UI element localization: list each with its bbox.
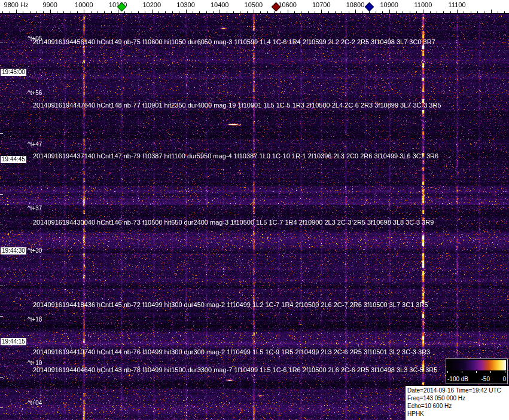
ruler-tick (437, 11, 437, 13)
ruler-tick (267, 11, 268, 13)
ruler-tick (274, 11, 275, 13)
ruler-tick (220, 10, 220, 13)
ruler-tick (50, 10, 51, 13)
spectrogram-app-window: 9800 Hz990010000101001020010300104001050… (0, 0, 509, 420)
ruler-label-11100: 11100 (449, 1, 466, 8)
ruler-tick (254, 10, 254, 13)
ruler-tick (43, 11, 44, 13)
ruler-tick (349, 11, 349, 13)
ruler-tick (23, 11, 23, 13)
ruler-label-10300: 10300 (176, 1, 195, 8)
ruler-tick (179, 11, 179, 13)
ruler-tick (16, 10, 17, 13)
ruler-tick (328, 11, 329, 13)
ruler-tick (362, 11, 362, 13)
ruler-tick (57, 11, 57, 13)
ruler-tick (138, 11, 139, 13)
ruler-tick (342, 11, 342, 13)
ruler-tick (227, 11, 227, 13)
ruler-tick (389, 10, 390, 13)
ruler-tick (97, 11, 98, 13)
ruler-tick (355, 10, 356, 13)
ruler-tick (396, 11, 397, 13)
ruler-label-10000: 10000 (75, 1, 93, 8)
colorbar-max-label: 0 (502, 376, 506, 383)
ruler-tick (247, 11, 248, 13)
info-station-callsign: HPHK (407, 410, 509, 418)
colorbar-mid-label: -50 (481, 376, 490, 383)
ruler-tick (233, 11, 234, 13)
info-echo-frequency: Echo=10 600 Hz (407, 402, 509, 410)
ruler-label-10400: 10400 (211, 1, 229, 8)
ruler-tick (308, 11, 309, 13)
ruler-tick (410, 11, 410, 13)
ruler-tick (186, 10, 187, 13)
ruler-tick (145, 11, 145, 13)
ruler-tick (491, 10, 492, 13)
ruler-label-9800: 9800 Hz (4, 1, 29, 8)
marker-blue-diamond[interactable] (364, 2, 374, 12)
ruler-tick (84, 10, 84, 13)
ruler-tick (382, 11, 383, 13)
ruler-label-11000: 11000 (414, 1, 432, 8)
info-box: Date=2014-09-16 Time=19:42 UTC Freq=143 … (405, 385, 509, 420)
ruler-label-10800: 10800 (346, 1, 365, 8)
ruler-tick (315, 11, 315, 13)
ruler-tick (165, 11, 166, 13)
colorbar-panel: -100 dB -50 0 (446, 358, 508, 384)
ruler-label-9900: 9900 (42, 1, 57, 8)
ruler-tick (199, 11, 200, 13)
ruler-tick (457, 10, 458, 13)
ruler-tick (36, 11, 37, 13)
ruler-tick (294, 11, 295, 13)
ruler-tick (104, 11, 105, 13)
ruler-tick (443, 11, 444, 13)
ruler-tick (484, 11, 484, 13)
colorbar-ticks (447, 371, 506, 373)
ruler-tick (403, 11, 403, 13)
ruler-tick (423, 10, 423, 13)
ruler-tick (240, 11, 240, 13)
ruler-tick (477, 11, 478, 13)
ruler-tick (498, 11, 498, 13)
ruler-tick (450, 11, 451, 13)
colorbar-min-label: -100 dB (447, 376, 468, 383)
ruler-tick (206, 11, 207, 13)
ruler-tick (91, 11, 92, 13)
ruler-tick (376, 11, 376, 13)
ruler-tick (281, 11, 281, 13)
ruler-label-10200: 10200 (143, 1, 161, 8)
ruler-tick (260, 11, 261, 13)
ruler-tick (10, 11, 10, 13)
colorbar-labels: -100 dB -50 0 (447, 376, 506, 383)
info-date-time: Date=2014-09-16 Time=19:42 UTC (407, 387, 509, 394)
ruler-tick (118, 10, 118, 13)
ruler-tick (172, 11, 173, 13)
ruler-tick (152, 10, 153, 13)
ruler-tick (301, 11, 301, 13)
ruler-tick (288, 10, 288, 13)
waterfall-spectrogram[interactable] (0, 13, 509, 420)
ruler-tick (132, 11, 132, 13)
colorbar-gradient[interactable] (447, 360, 506, 370)
ruler-label-10700: 10700 (312, 1, 331, 8)
ruler-tick (464, 11, 464, 13)
ruler-tick (2, 11, 3, 13)
info-frequency: Freq=143 050 000 Hz (407, 394, 509, 402)
ruler-tick (321, 10, 322, 13)
frequency-ruler[interactable]: 9800 Hz990010000101001020010300104001050… (0, 0, 509, 14)
ruler-tick (111, 11, 112, 13)
ruler-label-10900: 10900 (380, 1, 398, 8)
ruler-tick (471, 11, 471, 13)
ruler-tick (63, 11, 64, 13)
ruler-tick (30, 11, 31, 13)
ruler-label-10500: 10500 (245, 1, 263, 8)
ruler-tick (159, 11, 159, 13)
ruler-tick (430, 11, 431, 13)
ruler-tick (77, 11, 78, 13)
ruler-tick (416, 11, 417, 13)
ruler-tick (213, 11, 214, 13)
ruler-tick (193, 11, 193, 13)
ruler-tick (71, 11, 71, 13)
ruler-tick (124, 11, 125, 13)
